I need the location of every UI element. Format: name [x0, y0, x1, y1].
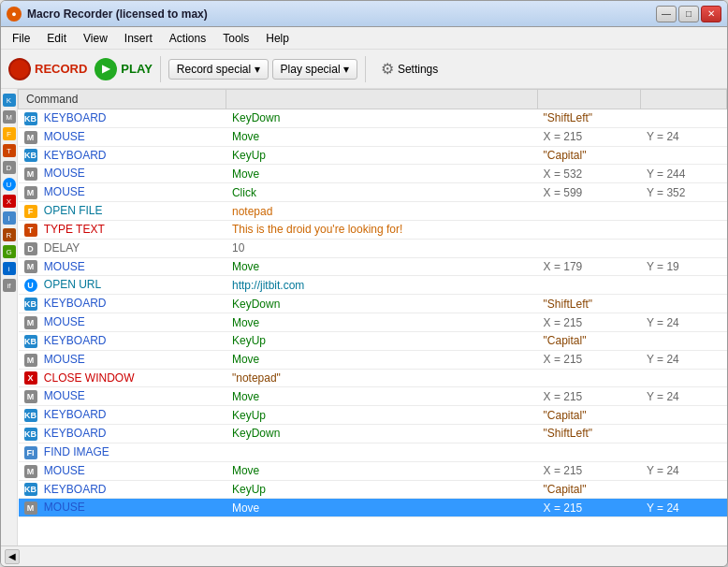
sidebar-icon-10[interactable]: i: [3, 262, 16, 275]
play-icon: ▶: [95, 58, 117, 80]
menu-insert[interactable]: Insert: [117, 30, 160, 47]
maximize-button[interactable]: □: [678, 6, 699, 22]
sidebar-icon-5[interactable]: U: [3, 178, 16, 191]
menu-actions[interactable]: Actions: [162, 30, 213, 47]
menu-help[interactable]: Help: [258, 30, 297, 47]
menu-edit[interactable]: Edit: [39, 30, 74, 47]
table-row[interactable]: D DELAY 10: [19, 239, 727, 257]
minimize-button[interactable]: —: [656, 6, 677, 22]
cell-action: http://jitbit.com: [226, 276, 538, 295]
sidebar-icon-6[interactable]: X: [3, 195, 16, 208]
cell-param2: Y = 24: [641, 387, 727, 406]
sidebar-icon-2[interactable]: F: [3, 127, 16, 140]
cell-action: Move: [226, 350, 538, 369]
cell-command: KB KEYBOARD: [19, 425, 226, 443]
command-icon: KB: [24, 335, 37, 348]
cell-param2: [641, 443, 727, 461]
sidebar-icon-7[interactable]: I: [3, 211, 16, 225]
record-special-dropdown[interactable]: Record special ▾: [168, 59, 269, 80]
table-row[interactable]: F OPEN FILE notepad: [19, 202, 727, 221]
cell-param1: [538, 202, 641, 221]
sidebar-icon-11[interactable]: if: [3, 279, 16, 292]
cell-param1: "ShiftLeft": [538, 295, 641, 313]
cell-param1: "ShiftLeft": [538, 109, 641, 128]
play-special-dropdown[interactable]: Play special ▾: [272, 59, 357, 80]
cell-command: KB KEYBOARD: [19, 406, 226, 425]
command-icon: M: [24, 260, 37, 273]
command-icon: M: [24, 316, 37, 329]
table-row[interactable]: M MOUSE Move X = 215 Y = 24: [19, 350, 727, 369]
close-button[interactable]: ✕: [701, 6, 721, 22]
command-table-container[interactable]: Command KB KEYBOARD KeyDown "ShiftLeft" …: [18, 89, 727, 545]
cell-param2: [641, 480, 727, 499]
play-label: PLAY: [121, 62, 152, 76]
sidebar-icon-3[interactable]: T: [3, 144, 16, 157]
cell-param1: "Capital": [538, 146, 641, 165]
cell-param1: "Capital": [538, 480, 641, 499]
table-row[interactable]: M MOUSE Click X = 599 Y = 352: [19, 183, 727, 202]
table-row[interactable]: KB KEYBOARD KeyUp "Capital": [19, 146, 727, 165]
table-row[interactable]: KB KEYBOARD KeyUp "Capital": [19, 480, 727, 499]
table-row[interactable]: X CLOSE WINDOW "notepad": [19, 369, 727, 387]
window-controls: — □ ✕: [656, 6, 721, 22]
table-row[interactable]: U OPEN URL http://jitbit.com: [19, 276, 727, 295]
toolbar-sep-2: [365, 56, 366, 82]
cell-command: M MOUSE: [19, 257, 226, 276]
table-row[interactable]: KB KEYBOARD KeyUp "Capital": [19, 331, 727, 350]
cell-param1: "Capital": [538, 331, 641, 350]
cell-action: Move: [226, 387, 538, 406]
table-row[interactable]: M MOUSE Move X = 532 Y = 244: [19, 165, 727, 183]
table-row[interactable]: M MOUSE Move X = 215 Y = 24: [19, 387, 727, 406]
window-title: Macro Recorder (licensed to max): [27, 7, 208, 21]
sidebar: K M F T D U X I R G i if: [1, 89, 18, 545]
menu-file[interactable]: File: [5, 30, 37, 47]
sidebar-icon-1[interactable]: M: [3, 110, 16, 124]
command-name: MOUSE: [44, 315, 85, 328]
command-icon: M: [24, 502, 37, 515]
table-row[interactable]: M MOUSE Move X = 179 Y = 19: [19, 257, 727, 276]
settings-button[interactable]: ⚙ Settings: [373, 57, 445, 80]
table-row[interactable]: M MOUSE Move X = 215 Y = 24: [19, 313, 727, 332]
play-button[interactable]: ▶ PLAY: [95, 58, 152, 80]
sidebar-icon-9[interactable]: G: [3, 245, 16, 258]
title-bar-left: ● Macro Recorder (licensed to max): [7, 7, 208, 22]
record-button[interactable]: RECORD: [8, 58, 87, 80]
table-row[interactable]: KB KEYBOARD KeyDown "ShiftLeft": [19, 425, 727, 443]
cell-action: 10: [226, 239, 538, 257]
command-icon: KB: [24, 428, 37, 441]
record-label: RECORD: [35, 62, 87, 76]
table-row[interactable]: FI FIND IMAGE: [19, 443, 727, 461]
cell-param1: X = 599: [538, 183, 641, 202]
sidebar-icon-0[interactable]: K: [3, 94, 16, 107]
cell-command: KB KEYBOARD: [19, 480, 226, 499]
cell-param2: [641, 146, 727, 165]
command-icon: KB: [24, 149, 37, 162]
cell-command: M MOUSE: [19, 165, 226, 183]
table-row[interactable]: KB KEYBOARD KeyDown "ShiftLeft": [19, 295, 727, 313]
table-row[interactable]: KB KEYBOARD KeyUp "Capital": [19, 406, 727, 425]
command-icon: M: [24, 186, 37, 199]
menu-tools[interactable]: Tools: [215, 30, 256, 47]
sidebar-icon-4[interactable]: D: [3, 161, 16, 174]
cell-param1: [538, 220, 641, 239]
record-icon: [8, 58, 31, 80]
cell-param2: [641, 109, 727, 128]
table-row[interactable]: M MOUSE Move X = 215 Y = 24: [19, 127, 727, 146]
sidebar-icon-8[interactable]: R: [3, 228, 16, 241]
scroll-left-button[interactable]: ◀: [5, 549, 20, 564]
menu-view[interactable]: View: [76, 30, 115, 47]
settings-label: Settings: [398, 63, 438, 76]
cell-command: T TYPE TEXT: [19, 220, 226, 239]
cell-param2: Y = 19: [641, 257, 727, 276]
command-name: KEYBOARD: [44, 111, 107, 124]
table-row[interactable]: M MOUSE Move X = 215 Y = 24: [19, 499, 727, 517]
cell-param1: X = 215: [538, 461, 641, 480]
cell-action: KeyUp: [226, 480, 538, 499]
table-row[interactable]: M MOUSE Move X = 215 Y = 24: [19, 461, 727, 480]
command-name: KEYBOARD: [44, 149, 107, 162]
cell-param1: X = 179: [538, 257, 641, 276]
table-row[interactable]: T TYPE TEXT This is the droid you're loo…: [19, 220, 727, 239]
command-name: MOUSE: [44, 260, 85, 273]
table-row[interactable]: KB KEYBOARD KeyDown "ShiftLeft": [19, 109, 727, 128]
command-name: FIND IMAGE: [44, 445, 109, 458]
